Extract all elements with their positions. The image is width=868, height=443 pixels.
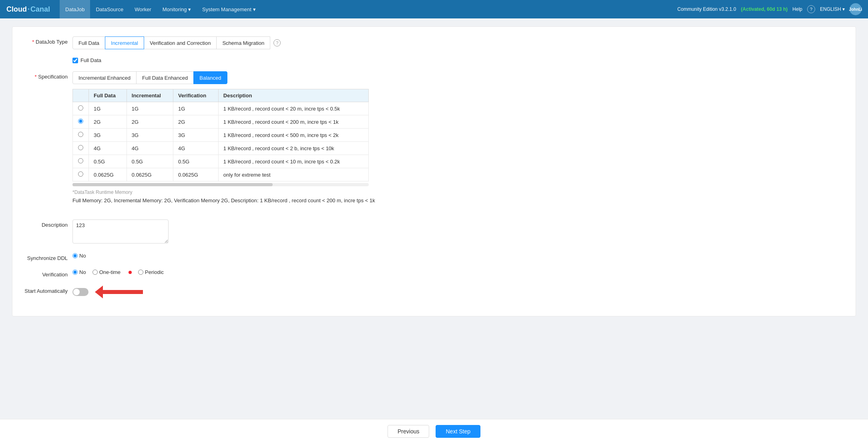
table-cell-radio[interactable] bbox=[73, 142, 89, 155]
table-row: 0.0625G 0.0625G 0.0625G only for extreme… bbox=[73, 168, 369, 181]
table-cell-description: 1 KB/record , record count < 500 m, incr… bbox=[218, 129, 368, 142]
full-data-checkbox[interactable] bbox=[72, 58, 78, 63]
table-row: 4G 4G 4G 1 KB/record , record count < 2 … bbox=[73, 142, 369, 155]
brand-logo[interactable]: Cloud·Canal bbox=[6, 5, 50, 14]
spec-tab-group: Incremental Enhanced Full Data Enhanced … bbox=[72, 71, 844, 84]
table-row: 1G 1G 1G 1 KB/record , record count < 20… bbox=[73, 102, 369, 115]
synchronize-ddl-row: Synchronize DDL No bbox=[24, 253, 844, 261]
navbar: Cloud·Canal DataJob DataSource Worker Mo… bbox=[0, 0, 868, 18]
memory-label: *DataTask Runtime Memory bbox=[72, 189, 844, 195]
nav-system-management[interactable]: System Management ▾ bbox=[197, 0, 261, 18]
avatar[interactable]: JohnLi bbox=[850, 3, 862, 15]
synchronize-ddl-content: No bbox=[72, 253, 844, 259]
verification-no-radio[interactable] bbox=[72, 270, 78, 275]
previous-button[interactable]: Previous bbox=[388, 425, 429, 438]
table-cell-verification: 0.0625G bbox=[173, 168, 219, 181]
nav-monitoring[interactable]: Monitoring ▾ bbox=[157, 0, 197, 18]
red-arrow bbox=[95, 286, 143, 298]
table-header-description: Description bbox=[218, 89, 368, 102]
table-header-incremental: Incremental bbox=[127, 89, 173, 102]
main-wrapper: DataJob Type Full Data Incremental Verif… bbox=[0, 18, 868, 443]
nav-datasource[interactable]: DataSource bbox=[90, 0, 129, 18]
table-cell-incremental: 1G bbox=[127, 102, 173, 115]
language-selector[interactable]: ENGLISH ▾ bbox=[820, 6, 845, 12]
nav-right: Community Edition v3.2.1.0 (Activated, 6… bbox=[677, 3, 862, 15]
table-cell-description: only for extreme test bbox=[218, 168, 368, 181]
description-label: Description bbox=[24, 219, 72, 228]
table-cell-verification: 4G bbox=[173, 142, 219, 155]
table-cell-incremental: 0.5G bbox=[127, 155, 173, 168]
table-cell-description: 1 KB/record , record count < 10 m, incre… bbox=[218, 155, 368, 168]
full-data-checkbox-label[interactable]: Full Data bbox=[80, 57, 101, 63]
verification-no-option[interactable]: No bbox=[72, 269, 86, 275]
datajob-type-help-icon[interactable]: ? bbox=[273, 39, 281, 46]
table-cell-full-data: 1G bbox=[89, 102, 127, 115]
datajob-type-label: DataJob Type bbox=[24, 36, 72, 45]
tab-incremental-enhanced[interactable]: Incremental Enhanced bbox=[72, 71, 137, 84]
tab-verification-correction[interactable]: Verification and Correction bbox=[144, 36, 217, 49]
tab-full-data[interactable]: Full Data bbox=[72, 36, 105, 49]
start-auto-label: Start Automatically bbox=[24, 286, 72, 294]
verification-dot-indicator bbox=[129, 271, 132, 274]
table-cell-incremental: 4G bbox=[127, 142, 173, 155]
specification-row: Specification Incremental Enhanced Full … bbox=[24, 71, 844, 211]
table-cell-description: 1 KB/record , record count < 200 m, incr… bbox=[218, 115, 368, 129]
verification-onetime-radio[interactable] bbox=[92, 270, 98, 275]
tab-full-data-enhanced[interactable]: Full Data Enhanced bbox=[136, 71, 194, 84]
table-cell-incremental: 0.0625G bbox=[127, 168, 173, 181]
next-step-button[interactable]: Next Step bbox=[436, 425, 480, 438]
verification-radio-group: No One-time Periodic bbox=[72, 269, 844, 275]
verification-periodic-option[interactable]: Periodic bbox=[138, 269, 164, 275]
sync-ddl-no-radio[interactable] bbox=[72, 253, 78, 258]
table-cell-full-data: 3G bbox=[89, 129, 127, 142]
description-textarea[interactable]: 123 bbox=[72, 219, 169, 244]
table-cell-verification: 0.5G bbox=[173, 155, 219, 168]
table-cell-radio[interactable] bbox=[73, 115, 89, 129]
start-auto-row: Start Automatically bbox=[24, 286, 844, 298]
description-row: Description 123 bbox=[24, 219, 844, 245]
table-row: 3G 3G 3G 1 KB/record , record count < 50… bbox=[73, 129, 369, 142]
verification-onetime-option[interactable]: One-time bbox=[92, 269, 121, 275]
help-text[interactable]: Help bbox=[792, 6, 802, 12]
datajob-type-row: DataJob Type Full Data Incremental Verif… bbox=[24, 36, 844, 49]
table-cell-full-data: 0.5G bbox=[89, 155, 127, 168]
table-header-full-data: Full Data bbox=[89, 89, 127, 102]
table-cell-verification: 2G bbox=[173, 115, 219, 129]
synchronize-ddl-radio-group: No bbox=[72, 253, 844, 259]
table-cell-radio[interactable] bbox=[73, 102, 89, 115]
table-cell-verification: 1G bbox=[173, 102, 219, 115]
table-header-select bbox=[73, 89, 89, 102]
synchronize-ddl-label: Synchronize DDL bbox=[24, 253, 72, 261]
nav-datajob[interactable]: DataJob bbox=[60, 0, 90, 18]
table-cell-description: 1 KB/record , record count < 2 b, incre … bbox=[218, 142, 368, 155]
full-data-checkbox-row: Full Data bbox=[24, 57, 844, 63]
specification-label: Specification bbox=[24, 71, 72, 80]
table-cell-verification: 3G bbox=[173, 129, 219, 142]
activated-text: (Activated, 60d 13 h) bbox=[741, 6, 788, 12]
datajob-tab-group: Full Data Incremental Verification and C… bbox=[72, 36, 844, 49]
table-cell-radio[interactable] bbox=[73, 129, 89, 142]
arrow-head bbox=[95, 286, 103, 298]
table-cell-radio[interactable] bbox=[73, 155, 89, 168]
spec-table-wrapper: Full Data Incremental Verification Descr… bbox=[72, 89, 369, 186]
nav-worker[interactable]: Worker bbox=[129, 0, 157, 18]
sync-ddl-no-option[interactable]: No bbox=[72, 253, 86, 259]
table-header-verification: Verification bbox=[173, 89, 219, 102]
table-scrollbar[interactable] bbox=[72, 183, 369, 186]
table-cell-incremental: 2G bbox=[127, 115, 173, 129]
spec-table: Full Data Incremental Verification Descr… bbox=[72, 89, 369, 181]
verification-label: Verification bbox=[24, 269, 72, 278]
start-auto-toggle[interactable] bbox=[72, 288, 88, 296]
verification-periodic-radio[interactable] bbox=[138, 270, 143, 275]
table-cell-full-data: 2G bbox=[89, 115, 127, 129]
description-content: 123 bbox=[72, 219, 844, 245]
tab-schema-migration[interactable]: Schema Migration bbox=[216, 36, 270, 49]
tab-incremental[interactable]: Incremental bbox=[105, 36, 144, 49]
table-cell-radio[interactable] bbox=[73, 168, 89, 181]
start-auto-content bbox=[72, 286, 844, 298]
tab-balanced[interactable]: Balanced bbox=[193, 71, 227, 84]
table-cell-incremental: 3G bbox=[127, 129, 173, 142]
table-cell-full-data: 0.0625G bbox=[89, 168, 127, 181]
arrow-body bbox=[103, 290, 143, 294]
help-icon[interactable]: ? bbox=[807, 5, 815, 13]
